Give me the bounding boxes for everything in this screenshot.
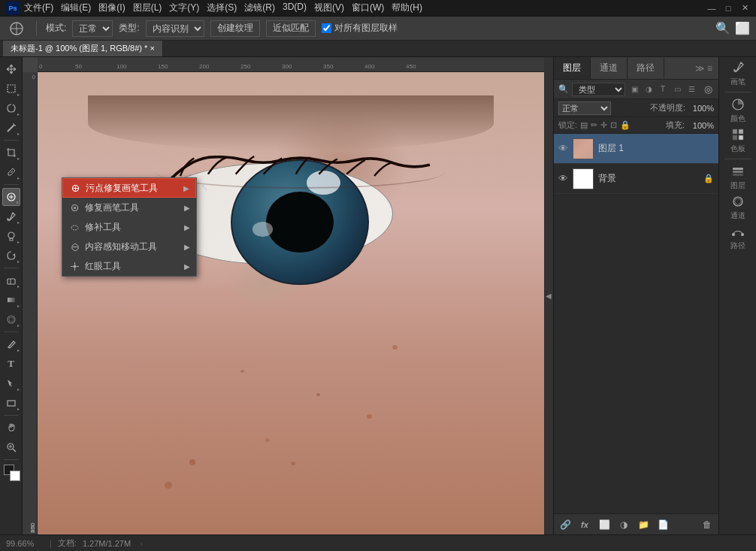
filter-smart-icon[interactable]: ☰	[685, 83, 697, 95]
search-icon-header[interactable]: 🔍	[715, 21, 730, 35]
eyedropper-tool[interactable]: ▸	[2, 163, 20, 181]
title-bar: Ps 文件(F) 编辑(E) 图像(I) 图层(L) 文字(Y) 选择(S) 滤…	[0, 0, 756, 17]
gradient-tool[interactable]: ▸	[2, 291, 20, 309]
background-thumb-image	[573, 169, 593, 189]
right-separator-1	[724, 92, 751, 92]
new-layer-button[interactable]: 📄	[655, 517, 671, 532]
mode-select[interactable]: 正常	[72, 20, 113, 37]
filter-pixel-icon[interactable]: ▣	[628, 83, 640, 95]
layers-opacity: 不透明度: 100%	[650, 102, 714, 114]
menu-patch[interactable]: 修补工具 ▶	[62, 217, 196, 237]
clone-stamp-tool[interactable]: ▸	[2, 227, 20, 245]
channels-tab[interactable]: 通道	[591, 57, 627, 79]
menu-filter[interactable]: 滤镜(R)	[244, 2, 275, 14]
adjustment-button[interactable]: ◑	[615, 517, 632, 532]
blend-mode-select[interactable]: 正常	[558, 101, 611, 115]
mode-label: 模式:	[46, 22, 66, 35]
blur-tool[interactable]: ▸	[2, 310, 20, 328]
color-panel-btn[interactable]: 颜色	[723, 97, 753, 124]
path-selection-tool[interactable]: ▸	[2, 374, 20, 392]
menu-spot-healing[interactable]: 污点修复画笔工具 ▶ ↖	[62, 178, 196, 198]
filter-type-icon[interactable]: T	[657, 83, 669, 95]
pen-tool[interactable]: ▸	[2, 335, 20, 353]
mask-button[interactable]: ⬜	[596, 517, 612, 532]
menu-view[interactable]: 视图(V)	[314, 2, 344, 14]
toolbar-separator-1	[4, 140, 19, 141]
marquee-tool[interactable]: ▸	[2, 80, 20, 98]
panel-tabs-more[interactable]: ≫ ≡	[689, 63, 718, 74]
background-visibility-icon[interactable]: 👁	[558, 173, 568, 184]
eraser-tool[interactable]: ▸	[2, 271, 20, 289]
layers-type-filter[interactable]: 类型	[572, 83, 625, 96]
menu-edit[interactable]: 编辑(E)	[61, 2, 91, 14]
panel-collapse-arrow[interactable]: ◀	[544, 57, 553, 534]
lock-all-icon[interactable]: 🔒	[620, 120, 631, 130]
svg-rect-17	[8, 298, 15, 302]
brush-panel-icon	[730, 60, 745, 75]
layer-item-background[interactable]: 👁 背景 🔒	[554, 164, 718, 194]
match-button[interactable]: 近似匹配	[266, 20, 316, 37]
layers-right-panel-btn[interactable]: 图层	[723, 164, 753, 191]
hand-tool[interactable]	[2, 419, 20, 437]
background-color[interactable]	[10, 471, 20, 481]
workspace-icon[interactable]: ⬜	[735, 21, 750, 35]
minimize-button[interactable]: —	[706, 3, 717, 14]
menu-help[interactable]: 帮助(H)	[392, 2, 422, 14]
brush-panel-btn[interactable]: 画笔	[723, 60, 753, 87]
shape-tool[interactable]: ▸	[2, 394, 20, 412]
menu-red-eye[interactable]: 红眼工具 ▶	[62, 256, 196, 276]
layers-tab[interactable]: 图层	[554, 57, 591, 79]
filter-shape-icon[interactable]: ▭	[671, 83, 683, 95]
layer-item-layer1[interactable]: 👁 图层 1	[554, 134, 718, 164]
layer1-visibility-icon[interactable]: 👁	[558, 143, 568, 154]
menu-layer[interactable]: 图层(L)	[133, 2, 162, 14]
patch-icon	[68, 221, 80, 233]
filter-toggle-icon[interactable]: ◎	[702, 83, 714, 95]
freckle-5	[165, 482, 172, 489]
type-select[interactable]: 内容识别	[146, 20, 204, 37]
menu-content-aware-move[interactable]: 内容感知移动工具 ▶	[62, 237, 196, 256]
menu-file[interactable]: 文件(F)	[24, 2, 53, 14]
maximize-button[interactable]: □	[723, 3, 733, 14]
lock-paint-icon[interactable]: ✏	[591, 120, 597, 130]
paths-right-panel-icon	[730, 224, 745, 239]
crop-tool[interactable]: ▸	[2, 144, 20, 162]
menu-window[interactable]: 窗口(W)	[352, 2, 384, 14]
menu-3d[interactable]: 3D(D)	[283, 2, 307, 14]
layers-bottom-bar: 🔗 fx ⬜ ◑ 📁 📄 🗑	[554, 513, 718, 534]
document-tab[interactable]: 未标题-1 @ 100% (图层 1, RGB/8#) * ×	[3, 41, 163, 56]
sample-all-checkbox[interactable]: 对所有图层取样	[322, 22, 398, 35]
menu-image[interactable]: 图像(I)	[98, 2, 125, 14]
layers-search-icon: 🔍	[558, 84, 569, 94]
color-swatches[interactable]	[2, 463, 20, 481]
delete-layer-button[interactable]: 🗑	[699, 517, 715, 532]
text-tool[interactable]: T	[2, 355, 20, 373]
color-panel-icon	[730, 97, 745, 112]
fx-button[interactable]: fx	[576, 517, 593, 532]
menu-select[interactable]: 选择(S)	[207, 2, 237, 14]
paths-right-panel-btn[interactable]: 路径	[723, 224, 753, 251]
brush-tool[interactable]: ▸	[2, 207, 20, 226]
channels-right-panel-btn[interactable]: 通道	[723, 194, 753, 221]
move-tool[interactable]	[2, 60, 20, 78]
paths-tab[interactable]: 路径	[627, 57, 664, 79]
lock-artboard-icon[interactable]: ⊡	[610, 120, 617, 130]
magic-wand-tool[interactable]: ▸	[2, 119, 20, 137]
healing-brush-tool[interactable]: ▸	[2, 188, 20, 206]
filter-adjust-icon[interactable]: ◑	[643, 83, 655, 95]
group-button[interactable]: 📁	[635, 517, 652, 532]
ruler-350: 350	[323, 63, 333, 70]
zoom-tool[interactable]	[2, 438, 20, 456]
link-layers-button[interactable]: 🔗	[557, 517, 573, 532]
history-brush-tool[interactable]: ▸	[2, 247, 20, 265]
lock-transparency-icon[interactable]: ▤	[580, 120, 588, 130]
options-separator-1	[36, 21, 37, 36]
swatches-panel-btn[interactable]: 色板	[723, 127, 753, 154]
menu-healing-brush[interactable]: 修复画笔工具 ▶	[62, 198, 196, 217]
lasso-tool[interactable]: ▸	[2, 99, 20, 117]
close-button[interactable]: ✕	[739, 3, 750, 14]
menu-type[interactable]: 文字(Y)	[169, 2, 199, 14]
lock-position-icon[interactable]: ✛	[600, 120, 607, 130]
texture-button[interactable]: 创建纹理	[210, 20, 260, 37]
svg-rect-15	[8, 279, 15, 284]
